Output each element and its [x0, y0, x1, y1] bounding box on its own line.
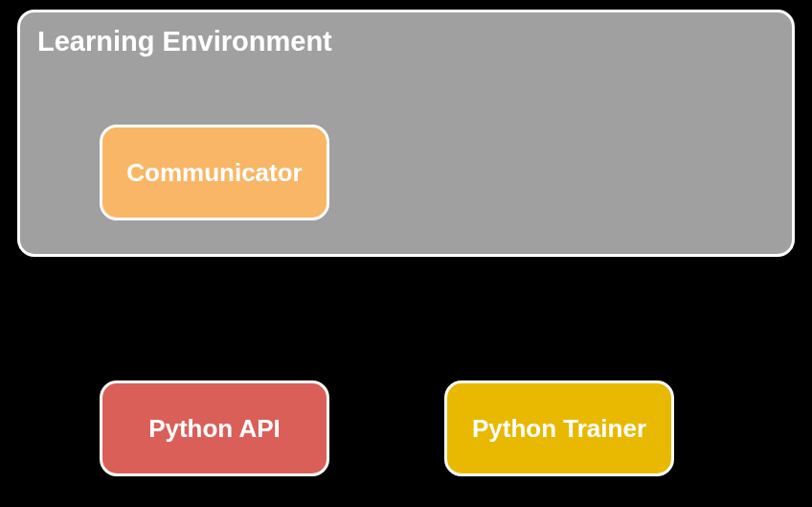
learning-environment-label: Learning Environment [37, 26, 332, 58]
communicator-box: Communicator [100, 125, 329, 220]
python-api-box: Python API [100, 380, 329, 476]
python-trainer-box: Python Trainer [444, 380, 674, 476]
connector-ball-icon [0, 12, 8, 27]
connector-ball-icon [0, 144, 8, 159]
communicator-label: Communicator [126, 158, 302, 188]
diagram-stage: Learning Environment Communicator Python… [0, 0, 812, 507]
python-trainer-label: Python Trainer [472, 414, 646, 444]
python-api-label: Python API [148, 414, 281, 444]
